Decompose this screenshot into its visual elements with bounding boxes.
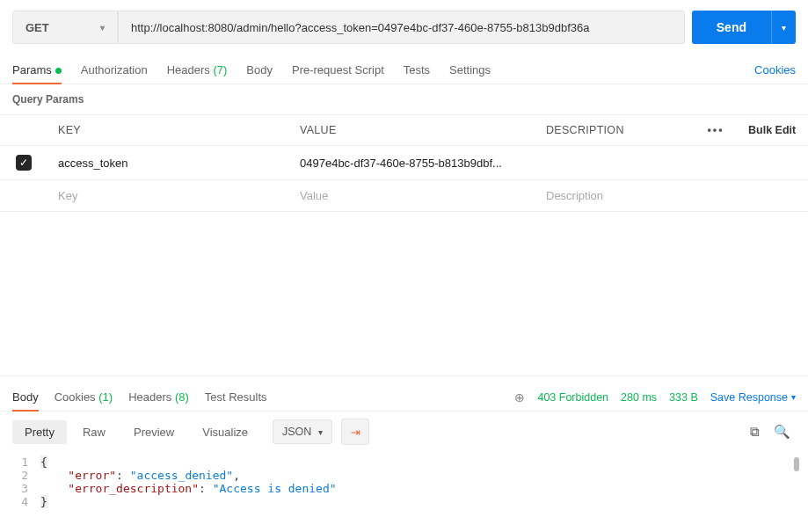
- send-group: Send ▾: [692, 11, 796, 44]
- view-visualize[interactable]: Visualize: [190, 420, 260, 444]
- send-dropdown-button[interactable]: ▾: [771, 11, 796, 44]
- response-section: Body Cookies (1) Headers (8) Test Result…: [0, 375, 808, 532]
- row-checkbox[interactable]: ✓: [16, 155, 32, 171]
- save-response-button[interactable]: Save Response ▾: [710, 391, 796, 404]
- globe-icon[interactable]: ⊕: [514, 390, 525, 404]
- param-key-placeholder[interactable]: Key: [47, 180, 289, 211]
- response-size: 333 B: [669, 391, 698, 404]
- param-key[interactable]: access_token: [47, 148, 289, 179]
- request-bar: GET ▾ Send ▾: [0, 0, 808, 51]
- view-raw[interactable]: Raw: [70, 420, 118, 444]
- bulk-edit-button[interactable]: Bulk Edit: [738, 115, 808, 145]
- col-desc-header: DESCRIPTION: [535, 115, 694, 145]
- format-select[interactable]: JSON▾: [273, 419, 332, 444]
- tab-authorization[interactable]: Authorization: [81, 56, 148, 84]
- param-value-placeholder[interactable]: Value: [289, 180, 535, 211]
- chevron-down-icon: ▾: [318, 427, 323, 437]
- resp-tab-testresults[interactable]: Test Results: [205, 383, 267, 411]
- wrap-icon: ⇥: [351, 426, 360, 439]
- table-row-placeholder[interactable]: Key Value Description: [0, 180, 808, 212]
- status-code: 403 Forbidden: [537, 391, 608, 404]
- chevron-down-icon: ▾: [782, 23, 786, 33]
- tab-params[interactable]: Params: [12, 56, 62, 84]
- copy-icon[interactable]: ⧉: [745, 420, 765, 443]
- active-dot-icon: [55, 68, 62, 74]
- resp-tab-headers[interactable]: Headers (8): [128, 383, 189, 411]
- response-tabs: Body Cookies (1) Headers (8) Test Result…: [0, 376, 808, 412]
- query-params-label: Query Params: [0, 84, 808, 114]
- chevron-down-icon: ▾: [791, 392, 796, 402]
- resp-tab-cookies[interactable]: Cookies (1): [55, 383, 113, 411]
- view-pretty[interactable]: Pretty: [12, 420, 67, 444]
- query-params-table: KEY VALUE DESCRIPTION ••• Bulk Edit ✓ ac…: [0, 114, 808, 212]
- http-method-value: GET: [25, 21, 49, 34]
- scrollbar-thumb[interactable]: [794, 457, 799, 471]
- tab-tests[interactable]: Tests: [404, 56, 430, 84]
- tab-settings[interactable]: Settings: [449, 56, 491, 84]
- tab-body[interactable]: Body: [246, 56, 273, 84]
- tab-headers[interactable]: Headers (7): [167, 56, 228, 84]
- table-row[interactable]: ✓ access_token 0497e4bc-df37-460e-8755-b…: [0, 146, 808, 180]
- col-value-header: VALUE: [289, 115, 535, 145]
- table-header-row: KEY VALUE DESCRIPTION ••• Bulk Edit: [0, 115, 808, 146]
- resp-tab-body[interactable]: Body: [12, 383, 39, 411]
- send-button[interactable]: Send: [692, 11, 771, 44]
- response-body: 1{ 2 "error": "access_denied", 3 "error_…: [0, 452, 808, 517]
- response-body-toolbar: Pretty Raw Preview Visualize JSON▾ ⇥ ⧉ 🔍: [0, 412, 808, 452]
- view-preview[interactable]: Preview: [121, 420, 186, 444]
- wrap-lines-button[interactable]: ⇥: [341, 419, 369, 445]
- http-method-select[interactable]: GET ▾: [12, 11, 118, 44]
- col-key-header: KEY: [47, 115, 289, 145]
- search-icon[interactable]: 🔍: [768, 420, 796, 443]
- request-tabs: Params Authorization Headers (7) Body Pr…: [0, 51, 808, 84]
- tab-prerequest[interactable]: Pre-request Script: [292, 56, 384, 84]
- check-icon: ✓: [19, 157, 28, 169]
- more-options-button[interactable]: •••: [694, 115, 738, 145]
- param-value[interactable]: 0497e4bc-df37-460e-8755-b813b9dbf...: [289, 148, 535, 179]
- response-time: 280 ms: [621, 391, 657, 404]
- param-description[interactable]: [535, 154, 694, 171]
- cookies-link[interactable]: Cookies: [754, 56, 796, 84]
- chevron-down-icon: ▾: [100, 23, 105, 33]
- param-desc-placeholder[interactable]: Description: [535, 180, 694, 211]
- url-input[interactable]: [118, 11, 685, 44]
